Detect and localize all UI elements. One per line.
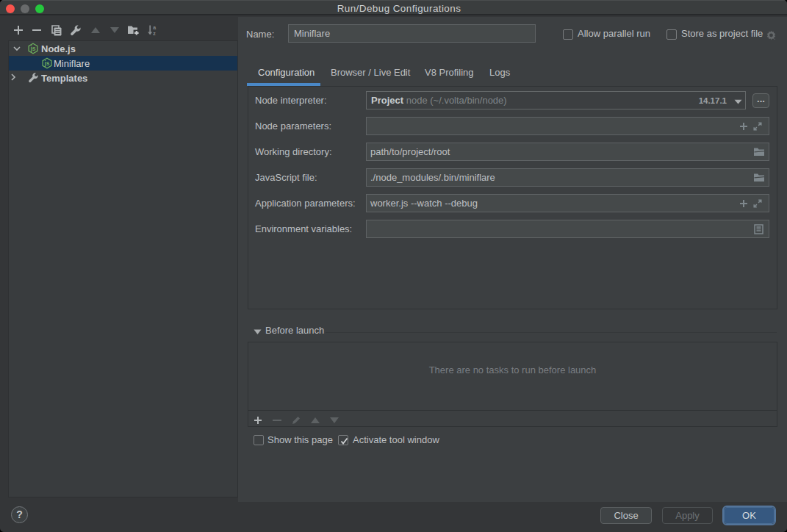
svg-text:z: z <box>153 31 156 36</box>
svg-text:a: a <box>153 25 156 30</box>
svg-text:js: js <box>29 45 35 52</box>
svg-text:js: js <box>43 60 49 67</box>
